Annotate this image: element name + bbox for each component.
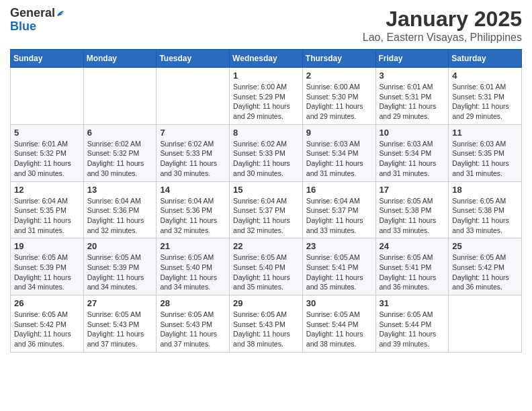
- day-number: 5: [14, 128, 80, 138]
- day-info: Sunrise: 6:05 AMSunset: 5:41 PMDaylight:…: [380, 253, 445, 292]
- day-info: Sunrise: 6:03 AMSunset: 5:34 PMDaylight:…: [306, 139, 372, 179]
- day-info: Sunrise: 6:02 AMSunset: 5:32 PMDaylight:…: [87, 139, 153, 179]
- day-number: 19: [14, 241, 80, 251]
- day-number: 8: [233, 128, 299, 138]
- day-info: Sunrise: 6:05 AMSunset: 5:38 PMDaylight:…: [380, 196, 445, 236]
- calendar-cell: 30Sunrise: 6:05 AMSunset: 5:44 PMDayligh…: [302, 295, 375, 353]
- calendar-cell: 7Sunrise: 6:02 AMSunset: 5:33 PMDaylight…: [157, 124, 230, 181]
- calendar-day-header: Saturday: [449, 50, 522, 68]
- calendar-cell: 28Sunrise: 6:05 AMSunset: 5:43 PMDayligh…: [157, 295, 230, 353]
- calendar-header-row: SundayMondayTuesdayWednesdayThursdayFrid…: [11, 50, 522, 68]
- day-number: 1: [233, 71, 299, 81]
- day-number: 21: [160, 241, 226, 251]
- calendar-cell: 22Sunrise: 6:05 AMSunset: 5:40 PMDayligh…: [230, 238, 303, 295]
- calendar-cell: 13Sunrise: 6:04 AMSunset: 5:36 PMDayligh…: [83, 181, 157, 238]
- calendar-table: SundayMondayTuesdayWednesdayThursdayFrid…: [10, 49, 522, 353]
- calendar-cell: 9Sunrise: 6:03 AMSunset: 5:34 PMDaylight…: [302, 124, 375, 181]
- calendar-day-header: Tuesday: [157, 50, 230, 68]
- day-info: Sunrise: 6:03 AMSunset: 5:35 PMDaylight:…: [452, 139, 518, 179]
- day-number: 16: [306, 185, 372, 195]
- calendar-day-header: Sunday: [11, 50, 84, 68]
- calendar-cell: 23Sunrise: 6:05 AMSunset: 5:41 PMDayligh…: [302, 238, 375, 295]
- day-info: Sunrise: 6:05 AMSunset: 5:38 PMDaylight:…: [452, 196, 518, 236]
- day-number: 24: [380, 241, 445, 251]
- calendar-cell: 6Sunrise: 6:02 AMSunset: 5:32 PMDaylight…: [83, 124, 157, 181]
- calendar-cell: 11Sunrise: 6:03 AMSunset: 5:35 PMDayligh…: [449, 124, 522, 181]
- day-info: Sunrise: 6:00 AMSunset: 5:29 PMDaylight:…: [233, 82, 299, 122]
- day-number: 28: [160, 298, 226, 308]
- day-number: 11: [452, 128, 518, 138]
- calendar-cell: 5Sunrise: 6:01 AMSunset: 5:32 PMDaylight…: [11, 124, 84, 181]
- day-info: Sunrise: 6:05 AMSunset: 5:44 PMDaylight:…: [380, 310, 445, 349]
- calendar-cell: 20Sunrise: 6:05 AMSunset: 5:39 PMDayligh…: [83, 238, 157, 295]
- day-number: 13: [87, 185, 153, 195]
- calendar-cell: [83, 68, 157, 125]
- calendar-day-header: Wednesday: [230, 50, 303, 68]
- day-number: 7: [160, 128, 226, 138]
- day-number: 18: [452, 185, 518, 195]
- day-number: 9: [306, 128, 372, 138]
- day-info: Sunrise: 6:01 AMSunset: 5:31 PMDaylight:…: [452, 82, 518, 122]
- calendar-day-header: Monday: [83, 50, 157, 68]
- day-number: 25: [452, 241, 518, 251]
- day-info: Sunrise: 6:04 AMSunset: 5:35 PMDaylight:…: [14, 196, 80, 236]
- logo-bird-icon: [56, 9, 65, 18]
- calendar-cell: 15Sunrise: 6:04 AMSunset: 5:37 PMDayligh…: [230, 181, 303, 238]
- day-number: 20: [87, 241, 153, 251]
- day-number: 2: [306, 71, 372, 81]
- page-title: January 2025: [363, 7, 522, 32]
- calendar-cell: 16Sunrise: 6:04 AMSunset: 5:37 PMDayligh…: [302, 181, 375, 238]
- day-info: Sunrise: 6:05 AMSunset: 5:44 PMDaylight:…: [306, 310, 372, 349]
- day-number: 14: [160, 185, 226, 195]
- calendar-cell: 21Sunrise: 6:05 AMSunset: 5:40 PMDayligh…: [157, 238, 230, 295]
- day-info: Sunrise: 6:02 AMSunset: 5:33 PMDaylight:…: [233, 139, 299, 179]
- day-info: Sunrise: 6:05 AMSunset: 5:41 PMDaylight:…: [306, 253, 372, 292]
- calendar-week-row: 5Sunrise: 6:01 AMSunset: 5:32 PMDaylight…: [11, 124, 522, 181]
- calendar-cell: 18Sunrise: 6:05 AMSunset: 5:38 PMDayligh…: [449, 181, 522, 238]
- calendar-cell: 1Sunrise: 6:00 AMSunset: 5:29 PMDaylight…: [230, 68, 303, 125]
- day-info: Sunrise: 6:05 AMSunset: 5:42 PMDaylight:…: [14, 310, 80, 349]
- day-info: Sunrise: 6:05 AMSunset: 5:39 PMDaylight:…: [87, 253, 153, 292]
- day-number: 31: [380, 298, 445, 308]
- calendar-cell: 3Sunrise: 6:01 AMSunset: 5:31 PMDaylight…: [375, 68, 449, 125]
- calendar-cell: [449, 295, 522, 353]
- day-number: 29: [233, 298, 299, 308]
- day-info: Sunrise: 6:05 AMSunset: 5:43 PMDaylight:…: [233, 310, 299, 349]
- calendar-cell: 29Sunrise: 6:05 AMSunset: 5:43 PMDayligh…: [230, 295, 303, 353]
- day-number: 27: [87, 298, 153, 308]
- day-info: Sunrise: 6:05 AMSunset: 5:40 PMDaylight:…: [160, 253, 226, 292]
- calendar-cell: 27Sunrise: 6:05 AMSunset: 5:43 PMDayligh…: [83, 295, 157, 353]
- day-info: Sunrise: 6:01 AMSunset: 5:31 PMDaylight:…: [380, 82, 445, 122]
- day-info: Sunrise: 6:01 AMSunset: 5:32 PMDaylight:…: [14, 139, 80, 179]
- calendar-cell: 31Sunrise: 6:05 AMSunset: 5:44 PMDayligh…: [375, 295, 449, 353]
- day-info: Sunrise: 6:04 AMSunset: 5:37 PMDaylight:…: [306, 196, 372, 236]
- day-info: Sunrise: 6:05 AMSunset: 5:43 PMDaylight:…: [160, 310, 226, 349]
- day-info: Sunrise: 6:04 AMSunset: 5:37 PMDaylight:…: [233, 196, 299, 236]
- day-number: 17: [380, 185, 445, 195]
- calendar-cell: 12Sunrise: 6:04 AMSunset: 5:35 PMDayligh…: [11, 181, 84, 238]
- day-number: 22: [233, 241, 299, 251]
- calendar-cell: 26Sunrise: 6:05 AMSunset: 5:42 PMDayligh…: [11, 295, 84, 353]
- day-info: Sunrise: 6:03 AMSunset: 5:34 PMDaylight:…: [380, 139, 445, 179]
- day-info: Sunrise: 6:05 AMSunset: 5:40 PMDaylight:…: [233, 253, 299, 292]
- title-block: January 2025 Lao, Eastern Visayas, Phili…: [363, 7, 522, 44]
- calendar-week-row: 19Sunrise: 6:05 AMSunset: 5:39 PMDayligh…: [11, 238, 522, 295]
- day-info: Sunrise: 6:05 AMSunset: 5:43 PMDaylight:…: [87, 310, 153, 349]
- calendar-cell: 8Sunrise: 6:02 AMSunset: 5:33 PMDaylight…: [230, 124, 303, 181]
- calendar-cell: 24Sunrise: 6:05 AMSunset: 5:41 PMDayligh…: [375, 238, 449, 295]
- day-number: 6: [87, 128, 153, 138]
- day-number: 15: [233, 185, 299, 195]
- page-subtitle: Lao, Eastern Visayas, Philippines: [363, 32, 522, 44]
- day-info: Sunrise: 6:00 AMSunset: 5:30 PMDaylight:…: [306, 82, 372, 122]
- calendar-cell: 14Sunrise: 6:04 AMSunset: 5:36 PMDayligh…: [157, 181, 230, 238]
- day-number: 3: [380, 71, 445, 81]
- day-info: Sunrise: 6:04 AMSunset: 5:36 PMDaylight:…: [87, 196, 153, 236]
- calendar-day-header: Friday: [375, 50, 449, 68]
- logo-blue: Blue: [10, 19, 36, 33]
- logo: General Blue: [10, 7, 65, 34]
- calendar-cell: 25Sunrise: 6:05 AMSunset: 5:42 PMDayligh…: [449, 238, 522, 295]
- day-number: 23: [306, 241, 372, 251]
- day-number: 4: [452, 71, 518, 81]
- calendar-week-row: 12Sunrise: 6:04 AMSunset: 5:35 PMDayligh…: [11, 181, 522, 238]
- calendar-cell: 17Sunrise: 6:05 AMSunset: 5:38 PMDayligh…: [375, 181, 449, 238]
